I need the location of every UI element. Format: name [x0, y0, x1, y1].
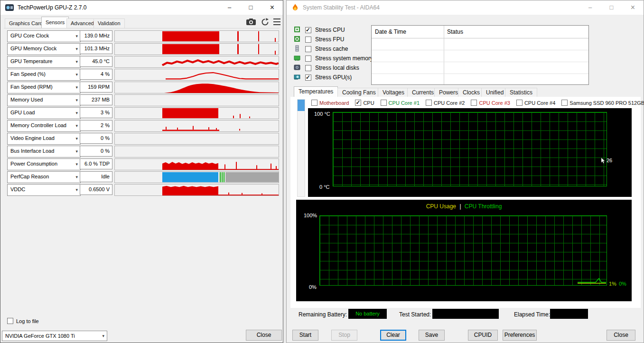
- legend-cpu-core-1-checkbox[interactable]: [381, 100, 387, 106]
- dropdown-icon: ▾: [102, 331, 104, 341]
- legend-cpu-core-4-checkbox[interactable]: [516, 100, 523, 106]
- legend-cpu-core-3-label: CPU Core #3: [479, 100, 510, 106]
- fpu-icon: [294, 36, 300, 44]
- sensor-graph-perfcap: [114, 171, 279, 183]
- dropdown-icon: ▾: [75, 185, 78, 195]
- stress-option: Stress local disks: [294, 64, 359, 72]
- stress-cache-checkbox[interactable]: [305, 46, 311, 52]
- stress-option: Stress system memory: [294, 54, 373, 63]
- sensor-select-perfcap-reason[interactable]: PerfCap Reason▾: [7, 171, 81, 183]
- stress-fpu-checkbox[interactable]: [305, 37, 311, 43]
- scrollbar-thumb[interactable]: [298, 100, 305, 111]
- memory-icon: [294, 55, 300, 63]
- tab-unified[interactable]: Unified: [481, 88, 508, 97]
- sensor-row: Memory Controller Load▾ 2 %: [0, 120, 284, 132]
- gpuz-logo-icon: [5, 4, 14, 11]
- stress-fpu-label: Stress FPU: [315, 36, 344, 43]
- sensor-select-bus-interface-load[interactable]: Bus Interface Load▾: [7, 146, 81, 158]
- usage-axis-max: 100%: [304, 213, 317, 218]
- sensor-row: Fan Speed (%)▾ 4 %: [0, 69, 284, 81]
- column-header-status: Status: [444, 26, 463, 38]
- cpuid-button[interactable]: CPUID: [468, 330, 498, 341]
- clear-button[interactable]: Clear: [380, 330, 406, 341]
- sensor-label: GPU Memory Clock: [10, 46, 56, 51]
- sensor-label: GPU Temperature: [10, 58, 52, 64]
- sensor-select-gpu-temperature[interactable]: GPU Temperature▾: [7, 56, 81, 68]
- sensor-value: 101.3 MHz: [80, 43, 112, 54]
- remaining-battery-label: Remaining Battery:: [299, 311, 347, 318]
- camera-icon[interactable]: [245, 17, 257, 27]
- stress-local-disks-checkbox[interactable]: [305, 65, 311, 71]
- preferences-button[interactable]: Preferences: [503, 330, 537, 341]
- cpu-usage-title: CPU Usage: [426, 203, 456, 210]
- sensor-value: 139.0 MHz: [80, 30, 112, 41]
- tab-sensors[interactable]: Sensors: [41, 17, 69, 28]
- stop-button[interactable]: Stop: [331, 330, 357, 341]
- legend-item: CPU Core #3: [471, 100, 510, 106]
- throttle-value: 0%: [619, 281, 626, 287]
- sensor-select-fan-speed-rpm[interactable]: Fan Speed (RPM)▾: [7, 82, 81, 93]
- sensor-select-power-consumption[interactable]: Power Consumption▾: [7, 158, 81, 170]
- dropdown-icon: ▾: [75, 172, 78, 182]
- maximize-icon[interactable]: □: [601, 0, 622, 14]
- legend-motherboard-checkbox[interactable]: [311, 100, 317, 106]
- stress-system-memory-checkbox[interactable]: [305, 56, 311, 62]
- gpuz-close-button[interactable]: Close: [246, 330, 282, 341]
- sensor-select-video-engine-load[interactable]: Video Engine Load▾: [7, 133, 81, 145]
- stress-gpus-checkbox[interactable]: [305, 74, 311, 81]
- legend-scrollbar[interactable]: [297, 99, 305, 197]
- stress-cpu-checkbox[interactable]: [305, 27, 311, 33]
- save-button[interactable]: Save: [419, 330, 445, 341]
- sensor-select-gpu-load[interactable]: GPU Load▾: [7, 107, 81, 119]
- tab-clocks[interactable]: Clocks: [458, 88, 485, 97]
- minimize-icon[interactable]: –: [219, 0, 240, 14]
- sensor-select-gpu-core-clock[interactable]: GPU Core Clock▾: [7, 30, 81, 42]
- sensor-value: 159 RPM: [80, 82, 112, 93]
- menu-icon[interactable]: [271, 17, 282, 27]
- usage-current-values: 1% 0%: [609, 281, 626, 287]
- close-icon[interactable]: ×: [622, 0, 644, 14]
- tab-statistics[interactable]: Statistics: [505, 88, 537, 97]
- dropdown-icon: ▾: [75, 95, 78, 105]
- minimize-icon[interactable]: –: [579, 0, 601, 14]
- gpuz-titlebar[interactable]: TechPowerUp GPU-Z 2.7.0 – □ ×: [0, 0, 283, 15]
- elapsed-time-box: [550, 309, 588, 319]
- legend-cpu-core-2-checkbox[interactable]: [426, 100, 432, 106]
- sensor-select-vddc[interactable]: VDDC▾: [7, 184, 81, 196]
- log-to-file-checkbox[interactable]: [7, 318, 13, 324]
- refresh-icon[interactable]: [259, 17, 271, 27]
- sensor-graph: [114, 120, 279, 132]
- legend-item: Samsung SSD 960 PRO 512GB: [561, 100, 644, 106]
- gpu-select-value: NVIDIA GeForce GTX 1080 Ti: [5, 333, 75, 339]
- tab-temperatures[interactable]: Temperatures: [294, 86, 338, 97]
- gpuz-tab-strip: Graphics Card Sensors Advanced Validatio…: [4, 16, 280, 28]
- sensor-value: Idle: [80, 171, 112, 182]
- aida-titlebar[interactable]: System Stability Test - AIDA64 – □ ×: [287, 0, 644, 15]
- start-button[interactable]: Start: [292, 330, 318, 341]
- legend-item: CPU Core #2: [426, 100, 465, 106]
- legend-cpu-core-3-checkbox[interactable]: [471, 100, 477, 106]
- sensor-row: GPU Core Clock▾ 139.0 MHz: [0, 30, 284, 42]
- legend-motherboard-label: Motherboard: [319, 100, 349, 106]
- tab-cooling-fans[interactable]: Cooling Fans: [337, 88, 381, 97]
- aida-close-button[interactable]: Close: [607, 330, 635, 341]
- tab-voltages[interactable]: Voltages: [378, 88, 409, 97]
- tab-graphics-card[interactable]: Graphics Card: [5, 19, 47, 28]
- close-icon[interactable]: ×: [261, 0, 283, 14]
- sensor-select-fan-speed-pct[interactable]: Fan Speed (%)▾: [7, 69, 81, 81]
- sensor-row: Video Engine Load▾ 0 %: [0, 133, 284, 145]
- legend-samsung-ssd-checkbox[interactable]: [561, 100, 568, 106]
- maximize-icon[interactable]: □: [240, 0, 261, 14]
- sensor-select-memory-controller-load[interactable]: Memory Controller Load▾: [7, 120, 81, 132]
- dropdown-icon: ▾: [75, 69, 78, 80]
- gpu-select[interactable]: NVIDIA GeForce GTX 1080 Ti ▾: [2, 331, 107, 341]
- sensor-graph: [114, 158, 279, 170]
- sensor-label: GPU Load: [10, 110, 35, 115]
- dropdown-icon: ▾: [75, 31, 78, 41]
- sensor-select-gpu-memory-clock[interactable]: GPU Memory Clock▾: [7, 43, 81, 55]
- chart-panel: Motherboard CPU CPU Core #1 CPU Core #2 …: [290, 97, 641, 308]
- tab-validation[interactable]: Validation: [93, 19, 125, 28]
- sensor-select-memory-used[interactable]: Memory Used▾: [7, 94, 81, 106]
- legend-cpu-checkbox[interactable]: [355, 100, 361, 106]
- sensor-graph: [114, 94, 279, 106]
